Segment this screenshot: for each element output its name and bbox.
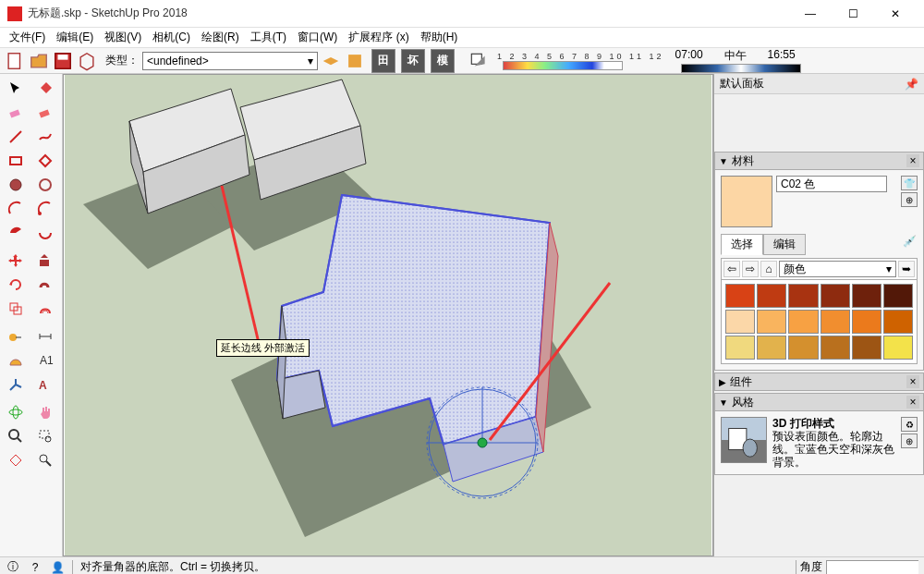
arc3-tool[interactable] [31, 222, 59, 244]
paint-bucket-tool[interactable] [31, 78, 59, 100]
zoom-extents-tool[interactable] [2, 449, 30, 471]
material-swatch[interactable] [821, 336, 850, 360]
pan-tool[interactable] [31, 401, 59, 423]
style-section-head[interactable]: ▼ 风格 × [714, 393, 924, 411]
viewport[interactable]: 延长边线 外部激活 [63, 74, 713, 556]
menu-camera[interactable]: 相机(C) [147, 28, 196, 47]
current-material-swatch[interactable] [721, 176, 772, 227]
panel-title-bar[interactable]: 默认面板 📌 [714, 74, 924, 94]
material-swatch[interactable] [883, 336, 913, 360]
material-swatch[interactable] [852, 310, 881, 334]
save-button[interactable] [52, 50, 74, 72]
followme-tool[interactable] [31, 274, 59, 296]
close-section-icon[interactable]: × [906, 375, 919, 388]
axes-tool[interactable] [2, 373, 30, 396]
nav-back-button[interactable]: ⇦ [723, 261, 740, 277]
minimize-button[interactable]: — [789, 0, 832, 28]
nav-home-button[interactable]: ⌂ [760, 261, 777, 277]
tab-select[interactable]: 选择 [721, 234, 763, 255]
material-swatch[interactable] [725, 284, 755, 308]
hour-slider[interactable] [681, 64, 801, 73]
zoom-tool[interactable] [2, 425, 30, 447]
details-button[interactable]: ➥ [898, 261, 915, 277]
dimension-tool[interactable] [31, 325, 59, 348]
material-swatch[interactable] [821, 310, 850, 334]
material-swatch[interactable] [883, 310, 913, 334]
line-tool[interactable] [2, 126, 30, 148]
close-button[interactable]: ✕ [874, 0, 917, 28]
view-mode-1[interactable]: 田 [371, 49, 395, 73]
menu-draw[interactable]: 绘图(R) [196, 28, 245, 47]
options-button[interactable] [344, 50, 366, 72]
material-swatch[interactable] [725, 310, 755, 334]
view-mode-3[interactable]: 模 [431, 49, 455, 73]
eraser-tool[interactable] [2, 102, 30, 124]
move-tool[interactable] [2, 250, 30, 272]
previous-view-tool[interactable] [31, 449, 59, 471]
close-section-icon[interactable]: × [906, 396, 919, 409]
protractor-tool[interactable] [2, 349, 30, 372]
material-swatch[interactable] [821, 284, 850, 308]
material-swatch[interactable] [757, 284, 786, 308]
layers-button[interactable] [320, 50, 342, 72]
eyedropper-icon[interactable]: 💉 [901, 233, 918, 250]
material-swatch[interactable] [788, 336, 818, 360]
pie-tool[interactable] [2, 222, 30, 244]
tab-edit[interactable]: 编辑 [763, 234, 806, 255]
orbit-tool[interactable] [2, 401, 30, 423]
rotate-tool[interactable] [2, 274, 30, 296]
offset-tool[interactable] [31, 298, 59, 320]
scale-tool[interactable] [2, 298, 30, 320]
shadow-toggle[interactable] [468, 50, 490, 72]
user-icon[interactable]: 👤 [50, 560, 65, 575]
material-name-input[interactable] [776, 176, 887, 192]
eraser2-tool[interactable] [31, 102, 59, 124]
rectangle-tool[interactable] [2, 150, 30, 172]
material-swatch[interactable] [757, 336, 786, 360]
close-section-icon[interactable]: × [906, 154, 919, 167]
polygon-tool[interactable] [31, 174, 59, 196]
create-material-button[interactable]: 👕 [901, 176, 918, 190]
pin-icon[interactable]: 📌 [905, 78, 918, 91]
default-material-button[interactable]: ⊕ [901, 192, 918, 207]
nav-forward-button[interactable]: ⇨ [742, 261, 759, 277]
menu-help[interactable]: 帮助(H) [415, 28, 464, 47]
style-update-button[interactable]: ♻ [901, 417, 918, 432]
rotated-rect-tool[interactable] [31, 150, 59, 172]
cube-button[interactable] [76, 50, 98, 72]
3dtext-tool[interactable]: A [31, 373, 59, 396]
month-slider[interactable] [503, 61, 623, 70]
freehand-tool[interactable] [31, 126, 59, 148]
select-tool[interactable] [2, 78, 30, 100]
menu-extensions[interactable]: 扩展程序 (x) [343, 28, 414, 47]
arc-tool[interactable] [2, 198, 30, 220]
menu-window[interactable]: 窗口(W) [292, 28, 343, 47]
menu-edit[interactable]: 编辑(E) [51, 28, 99, 47]
type-select[interactable]: <undefined>▾ [142, 52, 318, 70]
maximize-button[interactable]: ☐ [832, 0, 874, 28]
zoom-window-tool[interactable] [31, 425, 59, 447]
info-icon[interactable]: ⓘ [6, 560, 20, 575]
menu-file[interactable]: 文件(F) [4, 28, 51, 47]
style-new-button[interactable]: ⊕ [901, 434, 918, 448]
arc2-tool[interactable] [31, 198, 59, 220]
material-swatch[interactable] [788, 310, 818, 334]
materials-section-head[interactable]: ▼ 材料 × [714, 152, 924, 170]
components-section-head[interactable]: ▶ 组件 × [714, 372, 924, 391]
material-swatch[interactable] [852, 284, 881, 308]
material-swatch[interactable] [788, 284, 818, 308]
material-swatch[interactable] [852, 336, 881, 360]
menu-tools[interactable]: 工具(T) [245, 28, 292, 47]
angle-input[interactable] [826, 560, 918, 575]
menu-view[interactable]: 视图(V) [99, 28, 147, 47]
tape-tool[interactable] [2, 325, 30, 348]
text-tool[interactable]: A1 [31, 349, 59, 372]
material-swatch[interactable] [757, 310, 786, 334]
view-mode-2[interactable]: 坏 [401, 49, 425, 73]
material-category-select[interactable]: 颜色▾ [779, 261, 896, 277]
material-swatch[interactable] [725, 336, 755, 360]
pushpull-tool[interactable] [31, 250, 59, 272]
material-swatch[interactable] [883, 284, 913, 308]
help-icon[interactable]: ? [28, 560, 43, 575]
circle-tool[interactable] [2, 174, 30, 196]
